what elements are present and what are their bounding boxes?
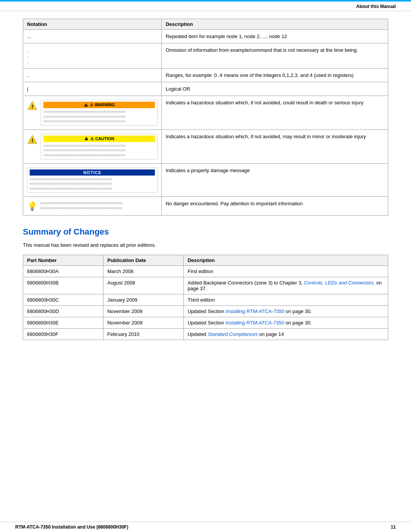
svg-text:!: ! (86, 138, 87, 141)
table-row: ... Repeated item for example node 1, no… (23, 30, 388, 43)
pub-date-col-header: Publication Date (103, 255, 183, 266)
notation-cell: | (23, 82, 162, 96)
footer-right: 11 (391, 524, 396, 530)
page-header: About this Manual (0, 2, 411, 11)
changes-table: Part Number Publication Date Description… (23, 255, 388, 340)
table-row: 6806800H30D November 2009 Updated Sectio… (23, 306, 388, 317)
lightbulb-icon: 💡 (27, 201, 37, 211)
caution-box: ! ⚠ CAUTION xxxxxxxxxxxxxxxxxxxxxxxxxxxx… (41, 134, 158, 160)
description-cell: Indicates a property damage message (162, 163, 388, 197)
table-row: 💡 xxxxxxxxxxxxxxxxxxxxxxxxxxxxxxxxxxxxxx… (23, 197, 388, 216)
description-cell: Repeated item for example node 1, node 2… (162, 30, 388, 43)
part-number-cell: 6806800H30F (23, 329, 104, 340)
pub-date-cell: November 2009 (103, 306, 183, 317)
table-row: ! ! ⚠ CAUTION (23, 129, 388, 163)
svg-text:!: ! (32, 104, 33, 110)
description-cell: Logical OR (162, 82, 388, 96)
part-number-col-header: Part Number (23, 255, 104, 266)
desc-cell: Updated Section Installing RTM-ATCA-7350… (183, 317, 388, 329)
notation-cell: ! ! ⚠ WARNING (23, 96, 162, 130)
caution-icon: ! (27, 134, 38, 145)
description-cell: Omission of information from example/com… (162, 43, 388, 69)
notation-cell: ... (23, 30, 162, 43)
rtm-link-d[interactable]: Installing RTM-ATCA-7350 (226, 308, 284, 314)
caution-placeholder-text: xxxxxxxxxxxxxxxxxxxxxxxxxxxxxxxxxxxxxxxx… (43, 143, 155, 158)
warning-header-icon: ! (84, 103, 88, 107)
notation-cell: .. (23, 69, 162, 82)
lightbulb-placeholder-text: xxxxxxxxxxxxxxxxxxxxxxxxxxxxxxxxxxxxxxxx… (40, 201, 123, 210)
pub-date-cell: November 2009 (103, 317, 183, 329)
main-content: Notation Description ... Repeated item f… (0, 11, 411, 355)
notice-placeholder-text: xxxxxxxxxxxxxxxxxxxxxxxxxxxxxxxxxxxxxxxx… (30, 177, 155, 191)
warning-triangle-icon: ! (27, 101, 38, 112)
table-row: 6806800H30F February 2010 Updated Standa… (23, 329, 388, 340)
desc-cell: Added Backplane Connectors (zone 3) to C… (183, 277, 388, 294)
warning-header: ! ⚠ WARNING (43, 102, 155, 108)
caution-triangle-icon: ! (27, 134, 38, 146)
notation-cell: NOTICE xxxxxxxxxxxxxxxxxxxxxxxxxxxxxxxxx… (23, 163, 162, 197)
description-cell: Ranges, for example: 0..4 means one of t… (162, 69, 388, 82)
table-row: 6806800H30B August 2008 Added Backplane … (23, 277, 388, 294)
notation-col-header: Notation (23, 19, 162, 30)
notice-header: NOTICE (30, 169, 155, 176)
part-number-cell: 6806800H30D (23, 306, 104, 317)
pub-date-cell: January 2009 (103, 294, 183, 306)
warning-placeholder-text: xxxxxxxxxxxxxxxxxxxxxxxxxxxxxxxxxxxxxxxx… (43, 109, 155, 124)
description-cell: Indicates a hazardous situation which, i… (162, 96, 388, 130)
table-row: | Logical OR (23, 82, 388, 96)
warning-box: ! ⚠ WARNING xxxxxxxxxxxxxxxxxxxxxxxxxxxx… (41, 100, 158, 126)
desc-cell: Updated Standard Compliances on page 14 (183, 329, 388, 340)
summary-subtitle: This manual has been revised and replace… (23, 242, 388, 248)
caution-header: ! ⚠ CAUTION (43, 136, 155, 142)
desc-cell: Updated Section Installing RTM-ATCA-7350… (183, 306, 388, 317)
table-row: .. Ranges, for example: 0..4 means one o… (23, 69, 388, 82)
svg-text:!: ! (32, 137, 33, 144)
table-row: 6806800H30C January 2009 Third edition (23, 294, 388, 306)
notation-cell: . . . (23, 43, 162, 69)
description-cell: Indicates a hazardous situation which, i… (162, 129, 388, 163)
notice-box: NOTICE xxxxxxxxxxxxxxxxxxxxxxxxxxxxxxxxx… (27, 168, 158, 193)
footer-left: RTM-ATCA-7350 Installation and Use (6806… (15, 524, 128, 530)
desc-cell: First edition (183, 266, 388, 277)
standard-compliances-link[interactable]: Standard Compliances (208, 331, 258, 337)
warning-icon: ! (27, 101, 38, 111)
table-row: NOTICE xxxxxxxxxxxxxxxxxxxxxxxxxxxxxxxxx… (23, 163, 388, 197)
pub-date-cell: February 2010 (103, 329, 183, 340)
table-row: . . . Omission of information from examp… (23, 43, 388, 69)
part-number-cell: 6806800H30E (23, 317, 104, 329)
svg-text:!: ! (85, 104, 86, 107)
part-number-cell: 6806800H30B (23, 277, 104, 294)
table-row: ! ! ⚠ WARNING (23, 96, 388, 130)
notation-cell: ! ! ⚠ CAUTION (23, 129, 162, 163)
part-number-cell: 6806800H30C (23, 294, 104, 306)
pub-date-cell: August 2008 (103, 277, 183, 294)
rtm-link-e[interactable]: Installing RTM-ATCA-7350 (226, 320, 284, 326)
table-row: 6806800H30A March 2008 First edition (23, 266, 388, 277)
table-row: 6806800H30E November 2009 Updated Sectio… (23, 317, 388, 329)
notation-table: Notation Description ... Repeated item f… (23, 19, 388, 216)
desc-cell: Third edition (183, 294, 388, 306)
pub-date-cell: March 2008 (103, 266, 183, 277)
chapter3-link[interactable]: Controls, LEDs and Connectors, (304, 280, 375, 286)
desc-col-header: Description (183, 255, 388, 266)
part-number-cell: 6806800H30A (23, 266, 104, 277)
caution-header-icon: ! (84, 136, 89, 141)
notation-cell: 💡 xxxxxxxxxxxxxxxxxxxxxxxxxxxxxxxxxxxxxx… (23, 197, 162, 216)
description-cell: No danger encountered. Pay attention to … (162, 197, 388, 216)
header-title: About this Manual (356, 4, 396, 9)
description-col-header: Description (162, 19, 388, 30)
page-footer: RTM-ATCA-7350 Installation and Use (6806… (0, 522, 411, 532)
summary-title: Summary of Changes (23, 227, 388, 237)
